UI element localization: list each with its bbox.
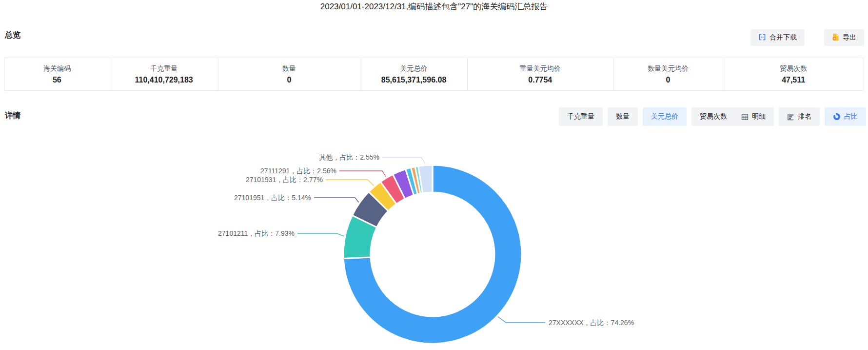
- label-line-其他: [382, 157, 425, 165]
- segment-label-27XXXXXX: 27XXXXXX，占比：74.26%: [549, 319, 634, 327]
- label-line-27111291: [339, 171, 386, 177]
- label-line-27101211: [297, 233, 344, 236]
- share-donut-chart: 27XXXXXX，占比：74.26%27101211，占比：7.93%27101…: [0, 0, 868, 350]
- segment-label-其他: 其他，占比：2.55%: [319, 153, 379, 161]
- label-line-27101931: [326, 180, 374, 186]
- label-line-27101951: [314, 198, 359, 203]
- label-line-27XXXXXX: [498, 317, 545, 323]
- segment-label-27111291: 27111291，占比：2.56%: [260, 167, 336, 175]
- segment-label-27101931: 27101931，占比：2.77%: [246, 176, 323, 184]
- segment-label-27101951: 27101951，占比：5.14%: [234, 194, 311, 202]
- segment-label-27101211: 27101211，占比：7.93%: [218, 229, 295, 237]
